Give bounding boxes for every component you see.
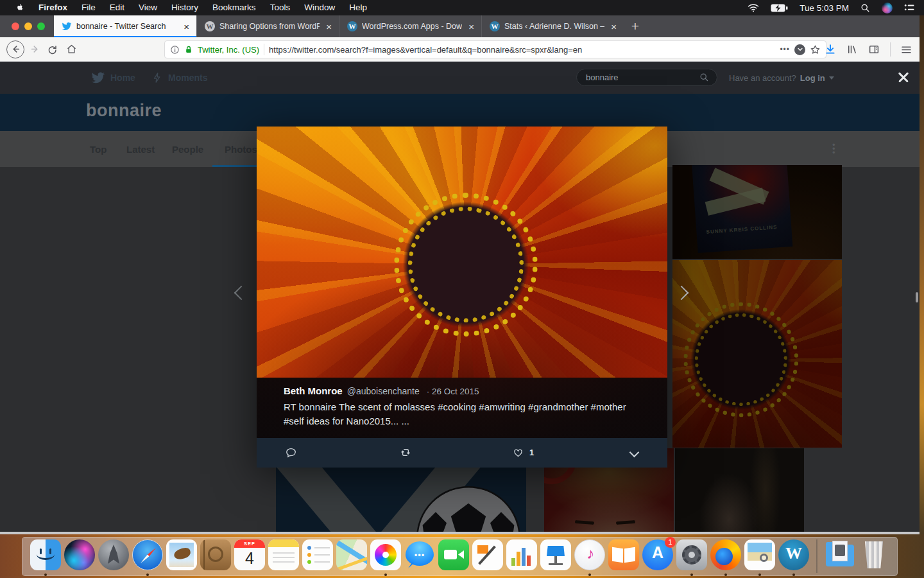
scrollbar-thumb[interactable] <box>916 292 918 302</box>
photo-thumb-flower[interactable] <box>672 260 842 448</box>
forward-button[interactable] <box>30 44 40 54</box>
tab-top[interactable]: Top <box>90 131 107 167</box>
dock-trash[interactable] <box>859 539 889 576</box>
expand-chevron-icon[interactable] <box>631 449 638 456</box>
photo-thumb-wine-glass[interactable] <box>675 448 804 532</box>
menu-firefox[interactable]: Firefox <box>32 0 74 15</box>
carousel-left-arrow[interactable] <box>234 286 249 301</box>
apple-menu-icon[interactable] <box>9 3 31 13</box>
menu-file[interactable]: File <box>75 0 102 15</box>
page-info-icon[interactable] <box>170 45 180 55</box>
tab-wordpress-sharing[interactable]: W Sharing Options from WordPres × <box>196 15 339 37</box>
back-button[interactable] <box>6 40 24 58</box>
url-bar[interactable]: Twitter, Inc. (US) https://twitter.com/s… <box>164 40 826 58</box>
hamburger-menu-icon[interactable] <box>901 45 912 55</box>
tab-photos[interactable]: Photos <box>225 131 257 167</box>
dock-contacts[interactable] <box>200 539 231 576</box>
bookmark-star-icon[interactable] <box>810 44 821 55</box>
dock-itunes[interactable]: ♪ <box>574 539 605 576</box>
nav-moments[interactable]: Moments <box>151 62 207 94</box>
sidebar-toggle-icon[interactable] <box>868 44 880 55</box>
dock-photos[interactable] <box>370 539 401 576</box>
tweet-date[interactable]: · 26 Oct 2015 <box>427 387 479 396</box>
close-window-button[interactable] <box>12 22 19 30</box>
new-tab-button[interactable]: + <box>624 15 647 37</box>
tab-wordpress-stats[interactable]: W Stats ‹ Adrienne D. Wilson — W × <box>481 15 624 37</box>
tab-latest[interactable]: Latest <box>126 131 155 167</box>
dock-maps[interactable] <box>336 539 367 576</box>
search-box[interactable] <box>576 69 717 86</box>
menu-window[interactable]: Window <box>298 0 341 15</box>
nav-home[interactable]: Home <box>91 62 135 94</box>
menubar-clock[interactable]: Tue 5:03 PM <box>800 3 849 13</box>
minimize-window-button[interactable] <box>24 22 32 30</box>
tab-close-icon[interactable]: × <box>466 21 476 32</box>
tab-close-icon[interactable]: × <box>324 21 334 32</box>
wordpress-favicon: W <box>347 21 357 31</box>
photo-thumb-book[interactable]: SUNNY KREIS COLLINS <box>672 165 842 259</box>
tab-close-icon[interactable]: × <box>609 21 619 32</box>
menu-tools[interactable]: Tools <box>264 0 297 15</box>
dock-wordpress[interactable]: W <box>778 539 809 576</box>
dock-separator <box>816 539 817 573</box>
lock-icon <box>184 45 193 55</box>
menu-bookmarks[interactable]: Bookmarks <box>206 0 262 15</box>
dock-notes[interactable] <box>268 539 299 576</box>
lightbox-close-icon[interactable] <box>896 69 911 85</box>
search-icon[interactable] <box>699 73 717 82</box>
tab-title: Sharing Options from WordPres <box>219 22 320 31</box>
dock-mail[interactable] <box>166 539 197 576</box>
dock-finder[interactable] <box>30 539 61 576</box>
dock-firefox[interactable] <box>710 539 741 576</box>
spotlight-icon[interactable] <box>860 3 870 13</box>
more-options-dots-icon[interactable]: ••• <box>832 143 834 155</box>
reload-icon[interactable] <box>47 44 57 55</box>
pocket-icon[interactable] <box>794 44 805 55</box>
wifi-icon[interactable] <box>748 3 759 12</box>
dock-siri[interactable] <box>64 539 95 576</box>
notification-center-icon[interactable] <box>904 3 915 12</box>
tweet-text: RT bonnaire The scent of molasses #cooki… <box>284 400 635 428</box>
dock-messages[interactable]: ••• <box>404 539 435 576</box>
dock-downloads-folder[interactable] <box>825 539 855 576</box>
dock-facetime[interactable] <box>438 539 469 576</box>
menu-edit[interactable]: Edit <box>103 0 131 15</box>
page-actions-icon[interactable]: ••• <box>780 45 790 54</box>
menu-help[interactable]: Help <box>343 0 373 15</box>
tab-twitter-search[interactable]: bonnaire - Twitter Search × <box>54 15 196 37</box>
retweet-button[interactable] <box>398 446 413 459</box>
reply-button[interactable] <box>285 446 297 459</box>
dock-app-store[interactable]: 1A <box>642 539 673 576</box>
downloads-icon[interactable] <box>825 44 836 55</box>
photo-thumb-flag-soccer[interactable] <box>276 468 526 532</box>
dock-system-preferences[interactable] <box>676 539 707 576</box>
dock-keynote[interactable] <box>540 539 571 576</box>
menu-history[interactable]: History <box>165 0 205 15</box>
home-icon[interactable] <box>66 44 77 55</box>
security-label[interactable]: Twitter, Inc. (US) <box>198 45 259 55</box>
dock-numbers[interactable] <box>506 539 537 576</box>
login-area[interactable]: Have an account? Log in <box>729 62 834 94</box>
search-input[interactable] <box>577 73 699 82</box>
battery-charging-icon[interactable] <box>771 4 788 12</box>
like-button[interactable]: 1 <box>512 446 534 459</box>
flower-photo-large[interactable] <box>257 127 667 378</box>
tab-wordpress-apps[interactable]: W WordPress.com Apps - Downloa × <box>339 15 481 37</box>
tab-people[interactable]: People <box>172 131 203 167</box>
url-text[interactable]: https://twitter.com/search?f=images&vert… <box>269 45 775 55</box>
tweet-handle[interactable]: @auboisenchante <box>347 386 420 396</box>
zoom-window-button[interactable] <box>37 22 45 30</box>
menu-view[interactable]: View <box>132 0 164 15</box>
tweet-author[interactable]: Beth Monroe <box>284 385 343 396</box>
dock-reminders[interactable] <box>302 539 333 576</box>
dock-calendar[interactable]: SEP4 <box>234 539 265 576</box>
tab-close-icon[interactable]: × <box>182 21 191 32</box>
dock-pages[interactable] <box>472 539 503 576</box>
dock-safari[interactable] <box>132 539 163 576</box>
dock-launchpad[interactable] <box>98 539 129 576</box>
library-icon[interactable] <box>846 44 858 55</box>
dock-preview[interactable] <box>744 539 775 576</box>
dock-ibooks[interactable] <box>608 539 639 576</box>
siri-icon[interactable] <box>882 3 893 13</box>
login-link[interactable]: Log in <box>800 73 825 83</box>
